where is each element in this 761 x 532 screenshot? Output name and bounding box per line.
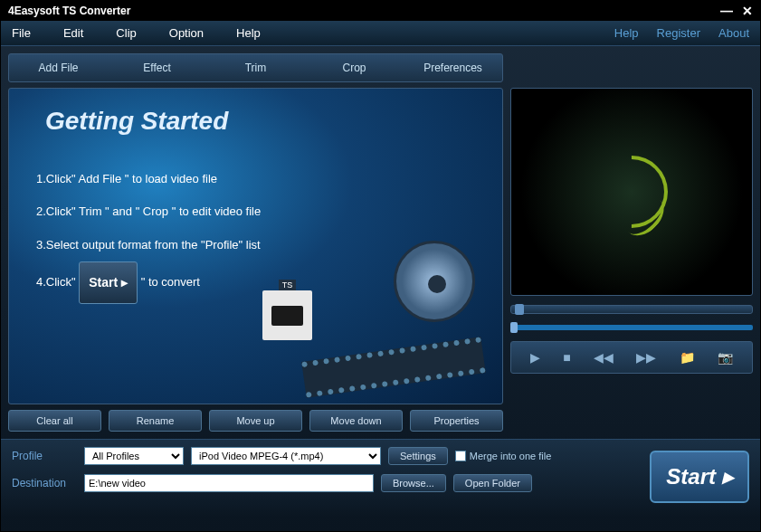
- menu-left: File Edit Clip Option Help: [12, 26, 261, 40]
- left-panel: Add File Effect Trim Crop Preferences Ge…: [8, 53, 503, 432]
- merge-checkbox[interactable]: [455, 451, 466, 461]
- snapshot-button[interactable]: 📷: [718, 350, 733, 365]
- form-section: Profile All Profiles iPod Video MPEG-4 (…: [12, 447, 639, 511]
- seek-handle[interactable]: [510, 322, 518, 333]
- profile-row: Profile All Profiles iPod Video MPEG-4 (…: [12, 447, 639, 465]
- app-title: 4Easysoft TS Converter: [8, 5, 130, 17]
- logo-icon: [580, 140, 682, 242]
- stop-button[interactable]: ■: [563, 350, 570, 365]
- toolbar-effect[interactable]: Effect: [108, 62, 206, 74]
- toolbar: Add File Effect Trim Crop Preferences: [8, 53, 503, 82]
- ts-file-icon: TS: [262, 290, 312, 340]
- profile-format-combo[interactable]: iPod Video MPEG-4 (*.mp4): [191, 447, 381, 465]
- progress-bar[interactable]: [510, 305, 753, 314]
- prev-button[interactable]: ◀◀: [594, 350, 614, 365]
- bottom-panel: Profile All Profiles iPod Video MPEG-4 (…: [1, 439, 760, 518]
- profile-label: Profile: [12, 450, 77, 462]
- video-preview: [510, 88, 753, 296]
- step-1: 1.Click" Add File " to load video file: [36, 163, 484, 195]
- next-button[interactable]: ▶▶: [636, 350, 656, 365]
- toolbar-preferences[interactable]: Preferences: [404, 62, 502, 74]
- progress-handle[interactable]: [515, 304, 524, 315]
- link-about[interactable]: About: [718, 26, 749, 40]
- destination-row: Destination Browse... Open Folder: [12, 474, 639, 492]
- destination-input[interactable]: [84, 474, 374, 492]
- move-up-button[interactable]: Move up: [209, 410, 302, 432]
- player-controls: ▶ ■ ◀◀ ▶▶ 📁 📷: [510, 341, 753, 374]
- app-window: 4Easysoft TS Converter — ✕ File Edit Cli…: [0, 0, 761, 532]
- close-button[interactable]: ✕: [742, 4, 753, 18]
- destination-label: Destination: [12, 477, 77, 489]
- step-2: 2.Click" Trim " and " Crop " to edit vid…: [36, 195, 484, 228]
- getting-started-panel: Getting Started 1.Click" Add File " to l…: [8, 88, 503, 404]
- play-button[interactable]: ▶: [530, 350, 540, 365]
- toolbar-crop[interactable]: Crop: [305, 62, 404, 74]
- merge-checkbox-wrap[interactable]: Merge into one file: [455, 451, 552, 461]
- menu-option[interactable]: Option: [169, 26, 204, 40]
- properties-button[interactable]: Properties: [410, 410, 503, 432]
- clear-all-button[interactable]: Clear all: [8, 410, 101, 432]
- menubar: File Edit Clip Option Help Help Register…: [1, 21, 760, 46]
- menu-file[interactable]: File: [12, 26, 31, 40]
- menu-right: Help Register About: [614, 26, 749, 40]
- browse-button[interactable]: Browse...: [381, 474, 446, 492]
- open-folder-button[interactable]: Open Folder: [453, 474, 532, 492]
- link-register[interactable]: Register: [657, 26, 700, 40]
- rename-button[interactable]: Rename: [109, 410, 202, 432]
- minimize-button[interactable]: —: [720, 4, 733, 18]
- profile-filter-combo[interactable]: All Profiles: [84, 447, 184, 465]
- menu-clip[interactable]: Clip: [116, 26, 136, 40]
- settings-button[interactable]: Settings: [388, 447, 448, 465]
- merge-label: Merge into one file: [470, 451, 552, 461]
- seek-slider[interactable]: [510, 325, 753, 330]
- camera-icon: [271, 306, 303, 326]
- menu-help[interactable]: Help: [236, 26, 261, 40]
- link-help[interactable]: Help: [614, 26, 639, 40]
- action-buttons: Clear all Rename Move up Move down Prope…: [8, 410, 503, 432]
- main-area: Add File Effect Trim Crop Preferences Ge…: [1, 46, 760, 439]
- start-inline-icon: Start ▸: [79, 261, 138, 304]
- toolbar-trim[interactable]: Trim: [206, 62, 305, 74]
- getting-started-heading: Getting Started: [45, 107, 484, 136]
- start-button[interactable]: Start ▸: [650, 451, 749, 503]
- move-down-button[interactable]: Move down: [309, 410, 403, 432]
- toolbar-add-file[interactable]: Add File: [9, 62, 108, 74]
- right-panel: ▶ ■ ◀◀ ▶▶ 📁 📷: [510, 53, 753, 432]
- open-button[interactable]: 📁: [680, 350, 695, 365]
- menu-edit[interactable]: Edit: [63, 26, 83, 40]
- titlebar: 4Easysoft TS Converter — ✕: [1, 1, 760, 21]
- film-reel-icon: [357, 241, 484, 367]
- window-controls: — ✕: [720, 4, 753, 18]
